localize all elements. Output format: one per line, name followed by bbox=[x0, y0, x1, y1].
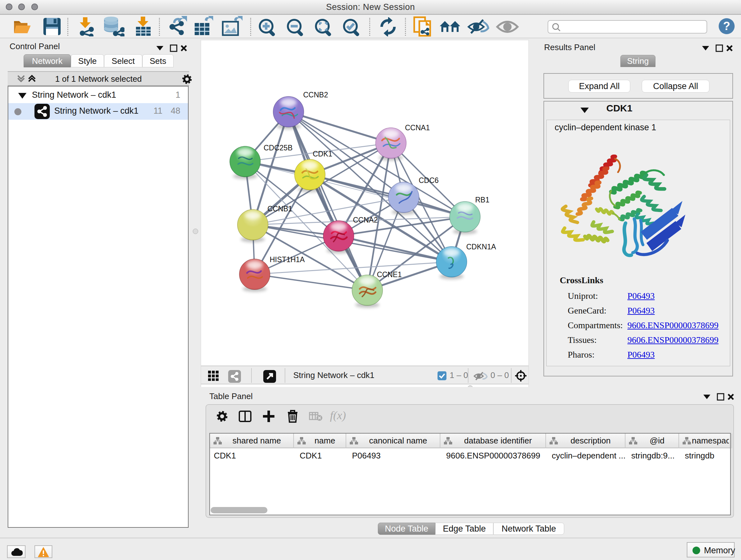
svg-text:?: ? bbox=[723, 19, 730, 33]
svg-text:CDC6: CDC6 bbox=[419, 176, 439, 185]
svg-text:CCNB2: CCNB2 bbox=[303, 91, 328, 99]
svg-text:CDK1: CDK1 bbox=[313, 150, 332, 158]
svg-text:HIST1H1A: HIST1H1A bbox=[270, 255, 305, 264]
svg-text:CDKN1A: CDKN1A bbox=[466, 243, 496, 251]
svg-text:CCNA1: CCNA1 bbox=[405, 124, 430, 132]
svg-text:CCNA2: CCNA2 bbox=[353, 216, 378, 224]
svg-text:CCNB1: CCNB1 bbox=[267, 205, 292, 213]
svg-text:CDC25B: CDC25B bbox=[264, 144, 293, 152]
svg-text:RB1: RB1 bbox=[475, 196, 489, 204]
svg-text:CCNE1: CCNE1 bbox=[377, 270, 402, 279]
